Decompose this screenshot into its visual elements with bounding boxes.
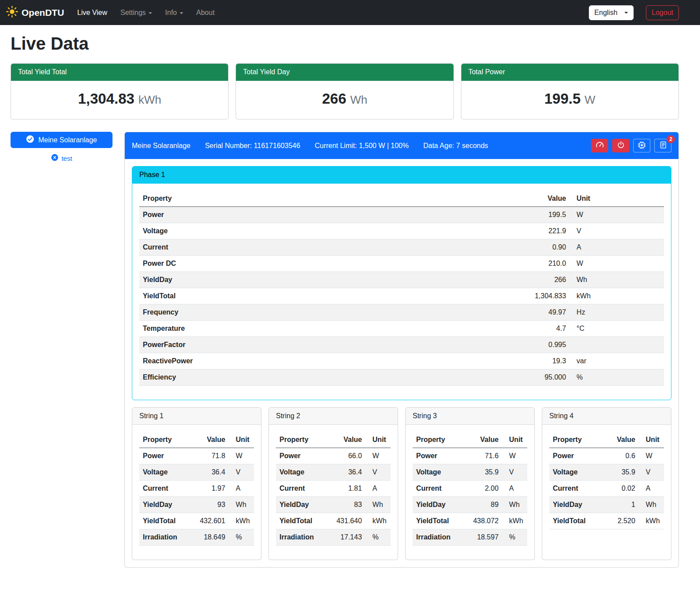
property-cell: YieldDay (276, 497, 326, 513)
property-cell: Efficiency (139, 369, 454, 386)
unit-cell: W (502, 448, 527, 464)
table-header-row: Property Value Unit (549, 432, 664, 448)
table-header-row: Property Value Unit (413, 432, 527, 448)
value-cell: 1.81 (326, 481, 366, 497)
table-row: Current2.00A (413, 481, 527, 497)
value-cell: 2.00 (463, 481, 502, 497)
property-cell: Current (139, 481, 190, 497)
table-row: Power0.6W (549, 448, 664, 464)
total-yield-day-card: Total Yield Day 266Wh (236, 63, 453, 119)
value-cell: 1 (600, 497, 639, 513)
brand[interactable]: OpenDTU (6, 6, 64, 20)
property-cell: Power (276, 448, 326, 464)
table-row: YieldTotal2.520kWh (549, 513, 664, 529)
property-cell: Irradiation (139, 529, 190, 546)
total-power-value: 199.5 (544, 90, 581, 107)
nav-links: Live View Settings Info About (72, 5, 220, 20)
limit-settings-button[interactable] (591, 139, 608, 152)
unit-cell: Wh (569, 272, 664, 288)
inverter-select-button[interactable]: Meine Solaranlage (11, 132, 112, 148)
value-cell: 1.97 (190, 481, 229, 497)
card-title: Total Power (461, 64, 678, 81)
inverter-data-age: Data Age: 7 seconds (423, 142, 488, 150)
table-row: Power71.6W (413, 448, 527, 464)
value-cell: 71.6 (463, 448, 502, 464)
value-cell: 199.5 (454, 207, 569, 223)
inverter-select-label: Meine Solaranlage (38, 136, 97, 144)
inverter-actions: 2 (591, 139, 671, 152)
nav-settings[interactable]: Settings (115, 5, 157, 20)
table-row: Current1.81A (276, 481, 391, 497)
property-cell: YieldDay (139, 497, 190, 513)
value-cell: 35.9 (600, 464, 639, 481)
language-select[interactable]: English (589, 5, 634, 20)
string-1-card: String 1 Property Value Unit (132, 407, 261, 560)
inverter-test-link[interactable]: test (51, 154, 72, 163)
nav-about[interactable]: About (191, 5, 220, 20)
unit-cell: Hz (569, 304, 664, 321)
check-circle-icon (26, 135, 34, 145)
unit-cell: W (366, 448, 391, 464)
unit-header: Unit (569, 191, 664, 207)
phase-1-body: Property Value Unit Power199.5W Voltage2… (132, 184, 671, 400)
power-button[interactable] (612, 139, 629, 152)
table-header-row: Property Value Unit (139, 191, 664, 207)
device-info-button[interactable] (633, 139, 650, 152)
unit-header: Unit (502, 432, 527, 448)
gauge-icon (595, 141, 604, 151)
table-row: YieldDay93Wh (139, 497, 254, 513)
property-cell: Voltage (276, 464, 326, 481)
value-cell: 17.143 (326, 529, 366, 546)
value-cell: 0.02 (600, 481, 639, 497)
property-header: Property (413, 432, 463, 448)
journal-icon (659, 141, 667, 150)
unit-cell: Wh (229, 497, 254, 513)
value-cell: 66.0 (326, 448, 366, 464)
logout-button[interactable]: Logout (646, 5, 679, 20)
page-content: Live Data Total Yield Total 1,304.83kWh … (0, 25, 700, 580)
unit-cell: % (502, 529, 527, 546)
card-title: Total Yield Day (236, 64, 453, 81)
page-title: Live Data (11, 34, 679, 54)
property-cell: YieldTotal (413, 513, 463, 529)
table-row: Power66.0W (276, 448, 391, 464)
phase-1-title: Phase 1 (132, 166, 671, 184)
value-cell: 18.597 (463, 529, 502, 546)
value-cell: 95.000 (454, 369, 569, 386)
string-1-table: Property Value Unit Power71.8W Voltage36… (139, 432, 254, 546)
nav-live-view[interactable]: Live View (72, 5, 112, 20)
unit-header: Unit (639, 432, 664, 448)
value-cell: 431.640 (326, 513, 366, 529)
unit-cell: W (229, 448, 254, 464)
table-row: Voltage35.9V (549, 464, 664, 481)
unit-cell: A (366, 481, 391, 497)
unit-cell: W (639, 448, 664, 464)
property-cell: YieldDay (139, 272, 454, 288)
strings-grid: String 1 Property Value Unit (132, 407, 671, 560)
inverter-serial: Serial Number: 116171603546 (205, 142, 300, 150)
table-row: PowerFactor0.995 (139, 337, 664, 353)
string-4-table: Property Value Unit Power0.6W Voltage35.… (549, 432, 664, 529)
inverter-panel: Meine Solaranlage Serial Number: 1161716… (124, 132, 679, 568)
unit-cell: var (569, 353, 664, 369)
table-row: Efficiency95.000% (139, 369, 664, 386)
table-row: Power71.8W (139, 448, 254, 464)
value-cell: 432.601 (190, 513, 229, 529)
value-cell: 0.90 (454, 239, 569, 256)
property-header: Property (139, 191, 454, 207)
property-cell: Power (413, 448, 463, 464)
total-yield-total-card: Total Yield Total 1,304.83kWh (11, 63, 228, 119)
unit-cell: W (569, 207, 664, 223)
table-row: YieldDay1Wh (549, 497, 664, 513)
value-cell: 83 (326, 497, 366, 513)
property-cell: Temperature (139, 321, 454, 337)
table-row: YieldTotal1,304.833kWh (139, 288, 664, 304)
unit-cell: % (366, 529, 391, 546)
table-row: YieldTotal432.601kWh (139, 513, 254, 529)
property-cell: Voltage (139, 464, 190, 481)
property-cell: Voltage (549, 464, 600, 481)
unit-cell: % (229, 529, 254, 546)
nav-info[interactable]: Info (160, 5, 189, 20)
event-log-button[interactable]: 2 (654, 139, 671, 152)
string-3-body: Property Value Unit Power71.6W Voltage35… (406, 425, 534, 560)
